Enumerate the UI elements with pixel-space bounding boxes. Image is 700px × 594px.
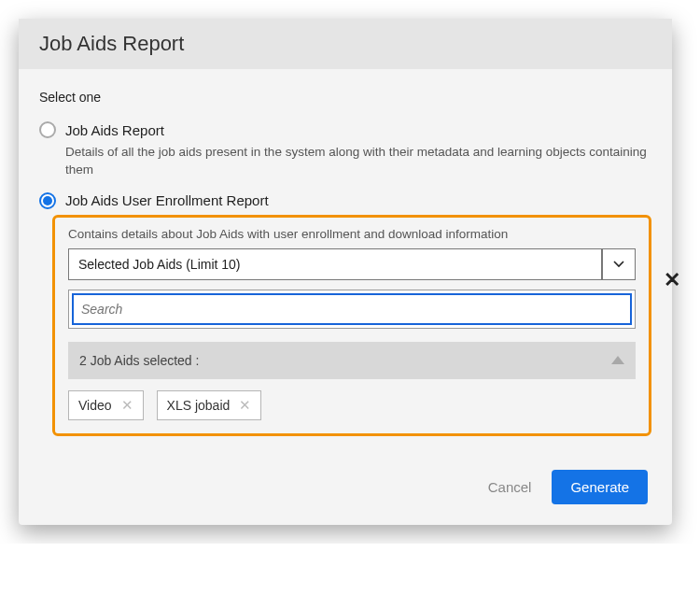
chip-label: Video	[78, 398, 112, 413]
close-icon[interactable]: ✕	[239, 398, 251, 412]
search-input[interactable]	[72, 293, 632, 325]
radio-option-user-enrollment-report[interactable]: Job Aids User Enrollment Report	[39, 192, 651, 209]
close-icon[interactable]: ✕	[121, 398, 133, 412]
job-aids-report-modal: Job Aids Report Select one Job Aids Repo…	[19, 19, 672, 525]
cancel-button[interactable]: Cancel	[488, 479, 532, 495]
radio-description: Contains details about Job Aids with use…	[68, 227, 636, 241]
radio-label: Job Aids Report	[65, 122, 164, 138]
chip-video[interactable]: Video ✕	[68, 390, 144, 420]
close-icon[interactable]: ✕	[664, 268, 680, 292]
radio-icon	[39, 121, 56, 138]
collapse-triangle-icon	[611, 356, 624, 364]
radio-description: Details of all the job aids present in t…	[65, 144, 651, 179]
chevron-down-icon[interactable]	[602, 248, 636, 280]
modal-footer: Cancel Generate	[19, 446, 672, 525]
radio-option-job-aids-report[interactable]: Job Aids Report	[39, 121, 651, 138]
generate-button[interactable]: Generate	[552, 470, 648, 504]
job-aids-select[interactable]: Selected Job Aids (Limit 10)	[68, 248, 636, 280]
radio-icon	[39, 192, 56, 209]
search-wrap	[68, 290, 636, 329]
selected-count-text: 2 Job Aids selected :	[79, 353, 199, 368]
selected-count-bar[interactable]: 2 Job Aids selected :	[68, 342, 636, 379]
section-label: Select one	[39, 90, 651, 105]
enrollment-config-box: Contains details about Job Aids with use…	[52, 215, 651, 436]
modal-body: Select one Job Aids Report Details of al…	[19, 69, 672, 446]
selected-chips: Video ✕ XLS jobaid ✕	[68, 390, 636, 420]
radio-label: Job Aids User Enrollment Report	[65, 192, 269, 208]
select-value: Selected Job Aids (Limit 10)	[68, 248, 602, 280]
modal-title: Job Aids Report	[19, 19, 672, 69]
chip-label: XLS jobaid	[167, 398, 231, 413]
chip-xls-jobaid[interactable]: XLS jobaid ✕	[157, 390, 262, 420]
